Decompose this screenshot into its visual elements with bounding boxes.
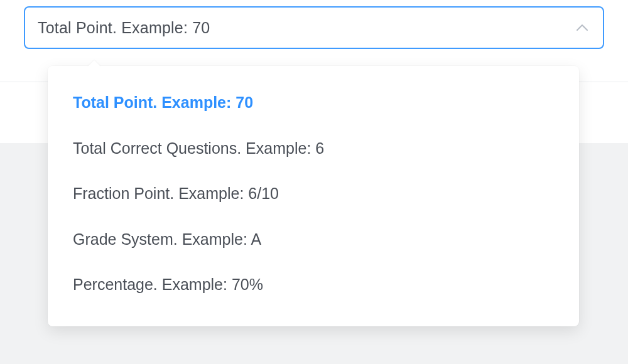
- select-value: Total Point. Example: 70: [38, 19, 210, 37]
- option-percentage[interactable]: Percentage. Example: 70%: [48, 262, 579, 308]
- select-dropdown: Total Point. Example: 70 Total Correct Q…: [48, 66, 579, 326]
- option-total-correct-questions[interactable]: Total Correct Questions. Example: 6: [48, 126, 579, 171]
- option-grade-system[interactable]: Grade System. Example: A: [48, 217, 579, 262]
- chevron-up-icon: [575, 21, 589, 35]
- option-fraction-point[interactable]: Fraction Point. Example: 6/10: [48, 171, 579, 217]
- select-trigger[interactable]: Total Point. Example: 70: [24, 6, 604, 49]
- dropdown-caret: [88, 60, 100, 67]
- grading-format-select: Total Point. Example: 70 Total Point. Ex…: [24, 6, 604, 49]
- option-total-point[interactable]: Total Point. Example: 70: [48, 80, 579, 126]
